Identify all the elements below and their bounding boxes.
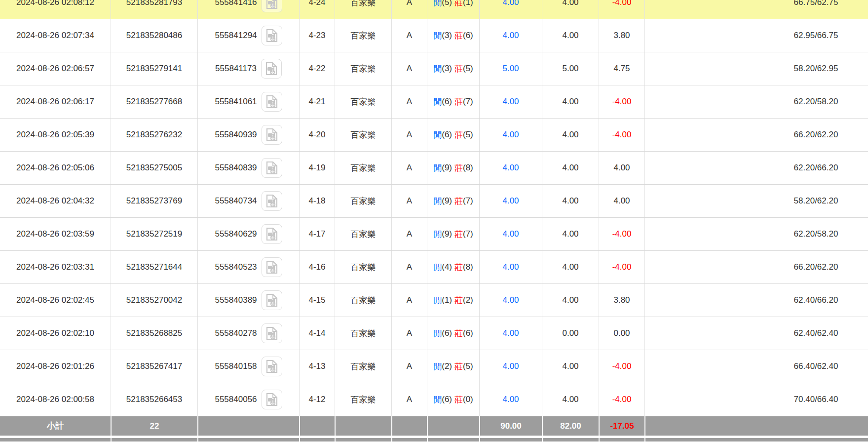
cell-round-id: 555841416 — [197, 0, 299, 19]
cell-balance: 66.75/62.75 — [644, 0, 868, 19]
result-banker-label: 莊 — [454, 262, 463, 273]
cell-bet-id: 521835272519 — [111, 218, 197, 250]
result-banker-label: 莊 — [454, 295, 463, 306]
video-replay-button[interactable] — [262, 0, 282, 12]
video-replay-icon — [265, 194, 278, 208]
bet-amount-link[interactable]: 4.00 — [479, 152, 542, 184]
cell-result: 閒(6)莊(0) — [427, 383, 479, 416]
video-replay-icon — [265, 260, 278, 274]
result-banker-label: 莊 — [454, 196, 463, 207]
cell-round-id: 555840734 — [197, 185, 299, 217]
cell-bet-id: 521835271644 — [111, 251, 197, 283]
cell-bet-id: 521835266453 — [111, 383, 197, 416]
result-player-label: 閒 — [433, 162, 442, 174]
result-player-label: 閒 — [433, 361, 442, 372]
video-replay-button[interactable] — [262, 257, 282, 277]
cell-table: A — [391, 383, 427, 416]
round-id-number: 555841294 — [215, 31, 257, 40]
cell-round-no: 4-17 — [299, 218, 335, 250]
total-row-partial — [0, 438, 868, 442]
result-banker-label: 莊 — [454, 229, 463, 240]
cell-balance: 58.20/62.95 — [644, 52, 868, 85]
bet-amount-link[interactable]: 4.00 — [479, 317, 542, 350]
result-player-score: (5) — [442, 0, 452, 7]
cell-time: 2024-08-26 02:06:17 — [0, 85, 111, 118]
result-player-score: (1) — [442, 295, 452, 305]
subtotal-valid-total: 82.00 — [542, 416, 599, 436]
bet-amount-link[interactable]: 4.00 — [479, 185, 542, 217]
cell-game: 百家樂 — [335, 383, 391, 416]
result-banker-label: 莊 — [454, 328, 463, 339]
cell-result: 閒(9)莊(7) — [427, 218, 479, 250]
result-banker-score: (5) — [463, 130, 473, 140]
bet-amount-link[interactable]: 4.00 — [479, 284, 542, 317]
video-replay-button[interactable] — [262, 390, 282, 409]
cell-valid-amount: 4.00 — [542, 284, 599, 317]
cell-bet-id: 521835267417 — [111, 350, 197, 383]
bet-amount-link[interactable]: 5.00 — [479, 52, 542, 85]
video-replay-button[interactable] — [262, 26, 282, 45]
video-replay-button[interactable] — [262, 191, 282, 211]
cell-result: 閒(6)莊(6) — [427, 317, 479, 350]
table-row: 2024-08-26 02:06:17521835277668555841061… — [0, 85, 868, 119]
cell-valid-amount: 0.00 — [542, 317, 599, 350]
result-banker-label: 莊 — [454, 0, 463, 8]
result-player-label: 閒 — [433, 394, 442, 405]
cell-result: 閒(9)莊(8) — [427, 152, 479, 184]
bet-amount-link[interactable]: 4.00 — [479, 19, 542, 52]
bet-amount-link[interactable]: 4.00 — [479, 350, 542, 383]
cell-winloss: -4.00 — [599, 251, 644, 283]
cell-round-id: 555840523 — [197, 251, 299, 283]
bet-amount-link[interactable]: 4.00 — [479, 383, 542, 416]
cell-round-id: 555841173 — [197, 52, 299, 85]
cell-valid-amount: 4.00 — [542, 119, 599, 151]
video-replay-icon — [265, 62, 278, 76]
subtotal-empty-cell — [299, 416, 335, 436]
video-replay-button[interactable] — [262, 224, 282, 244]
cell-winloss: 0.00 — [599, 317, 644, 350]
cell-game: 百家樂 — [335, 85, 391, 118]
cell-table: A — [391, 284, 427, 317]
cell-time: 2024-08-26 02:02:10 — [0, 317, 111, 350]
bet-amount-link[interactable]: 4.00 — [479, 218, 542, 250]
result-player-score: (2) — [442, 362, 452, 371]
bet-amount-link[interactable]: 4.00 — [479, 119, 542, 151]
result-banker-label: 莊 — [454, 96, 463, 108]
video-replay-button[interactable] — [262, 290, 282, 310]
video-replay-icon — [265, 161, 278, 175]
video-replay-button[interactable] — [262, 357, 282, 376]
cell-round-no: 4-13 — [299, 350, 335, 383]
table-row: 2024-08-26 02:00:58521835266453555840056… — [0, 383, 868, 416]
cell-round-no: 4-18 — [299, 185, 335, 217]
result-player-score: (4) — [442, 262, 452, 272]
bet-history-rows: 2024-08-26 02:08:12521835281793555841416… — [0, 0, 868, 416]
video-replay-icon — [265, 393, 278, 406]
table-row: 2024-08-26 02:07:34521835280486555841294… — [0, 19, 868, 52]
cell-game: 百家樂 — [335, 119, 391, 151]
video-replay-button[interactable] — [262, 158, 282, 178]
cell-round-no: 4-23 — [299, 19, 335, 52]
cell-winloss: 4.00 — [599, 152, 644, 184]
bet-amount-link[interactable]: 4.00 — [479, 85, 542, 118]
bet-amount-link[interactable]: 4.00 — [479, 0, 542, 19]
cell-round-id: 555840839 — [197, 152, 299, 184]
cell-round-no: 4-22 — [299, 52, 335, 85]
video-replay-button[interactable] — [262, 125, 282, 145]
video-replay-button[interactable] — [261, 59, 282, 79]
cell-table: A — [391, 0, 427, 19]
cell-round-id: 555840056 — [197, 383, 299, 416]
bet-amount-link[interactable]: 4.00 — [479, 251, 542, 283]
cell-table: A — [391, 85, 427, 118]
result-banker-score: (1) — [463, 0, 473, 7]
video-replay-button[interactable] — [262, 323, 282, 343]
cell-balance: 62.20/66.20 — [644, 152, 868, 184]
cell-bet-id: 521835281793 — [111, 0, 197, 19]
result-player-label: 閒 — [433, 129, 442, 141]
result-banker-score: (7) — [463, 229, 473, 239]
cell-time: 2024-08-26 02:00:58 — [0, 383, 111, 416]
cell-result: 閒(3)莊(5) — [427, 52, 479, 85]
video-replay-button[interactable] — [262, 92, 282, 112]
subtotal-label: 小計 — [0, 416, 111, 436]
video-replay-icon — [265, 95, 278, 109]
cell-winloss: 3.80 — [599, 19, 644, 52]
